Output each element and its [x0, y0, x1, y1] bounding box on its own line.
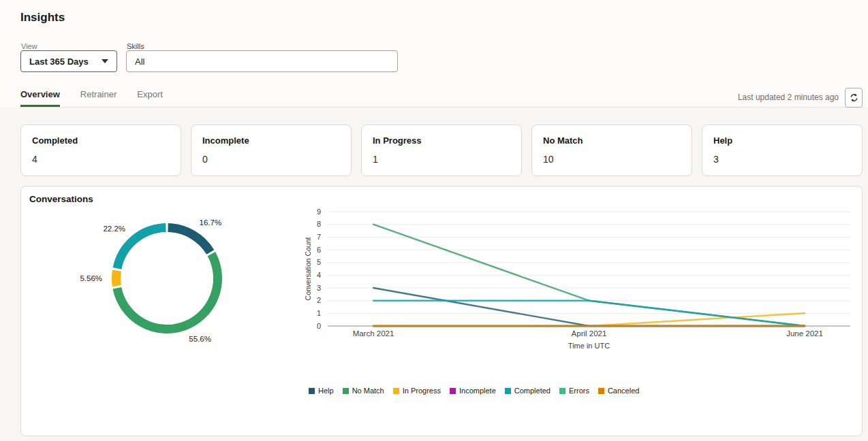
donut-slice-completed — [117, 228, 166, 269]
line-series-in-progress — [373, 313, 805, 326]
stat-card-help: Help 3 — [702, 125, 863, 176]
y-tick-label: 2 — [317, 296, 321, 304]
y-tick-label: 3 — [317, 284, 321, 292]
stat-card-incomplete: Incomplete 0 — [191, 125, 352, 176]
stat-card-no-match: No Match 10 — [531, 125, 692, 176]
legend-swatch-icon — [505, 388, 511, 394]
y-tick-label: 1 — [317, 309, 321, 317]
y-tick-label: 8 — [317, 220, 321, 228]
x-tick-label: April 2021 — [572, 329, 607, 338]
x-tick-label: June 2021 — [786, 329, 823, 338]
legend-item-in-progress[interactable]: In Progress — [393, 387, 441, 395]
caret-down-icon — [102, 59, 108, 63]
line-series-help — [373, 288, 805, 326]
legend-swatch-icon — [393, 388, 399, 394]
y-tick-label: 5 — [317, 258, 321, 266]
legend-label: Incomplete — [459, 387, 496, 395]
x-axis-title: Time in UTC — [568, 342, 610, 350]
y-tick-label: 4 — [317, 271, 321, 279]
donut-percent-label: 16.7% — [200, 218, 222, 227]
legend-item-incomplete[interactable]: Incomplete — [450, 387, 496, 395]
legend-label: Errors — [569, 387, 589, 395]
legend-label: In Progress — [403, 387, 441, 395]
legend-swatch-icon — [598, 388, 604, 394]
stat-card-value: 4 — [32, 154, 170, 165]
legend-label: No Match — [352, 387, 384, 395]
donut-percent-label: 5.56% — [80, 274, 102, 282]
y-tick-label: 9 — [317, 208, 321, 216]
stat-card-value: 0 — [202, 154, 340, 165]
x-tick-label: March 2021 — [353, 329, 394, 338]
tab-retrainer[interactable]: Retrainer — [80, 89, 117, 107]
legend-item-canceled[interactable]: Canceled — [598, 387, 639, 395]
y-tick-label: 0 — [317, 322, 321, 330]
stat-cards-row: Completed 4 Incomplete 0 In Progress 1 N… — [20, 125, 863, 176]
stat-card-label: No Match — [543, 135, 681, 146]
stat-card-value: 1 — [373, 154, 510, 165]
refresh-icon — [849, 93, 859, 103]
page-title: Insights — [20, 11, 65, 24]
y-tick-label: 6 — [317, 246, 321, 254]
chart-legend: HelpNo MatchIn ProgressIncompleteComplet… — [309, 387, 639, 395]
donut-slice-in-progress — [116, 270, 117, 286]
legend-swatch-icon — [309, 388, 315, 394]
stat-card-label: Help — [713, 135, 851, 146]
conversations-panel: Conversations 16.7%55.6%5.56%22.2%012345… — [20, 186, 863, 436]
stat-card-in-progress: In Progress 1 — [361, 125, 522, 176]
stat-card-label: Completed — [32, 135, 170, 146]
donut-slice-help — [168, 228, 211, 252]
donut-slice-no-match — [117, 254, 218, 329]
tab-bar: Overview Retrainer Export — [20, 89, 163, 107]
skills-input[interactable] — [126, 50, 398, 72]
donut-percent-label: 55.6% — [189, 335, 211, 343]
legend-swatch-icon — [450, 388, 456, 394]
tab-overview[interactable]: Overview — [20, 89, 60, 107]
legend-label: Canceled — [608, 387, 639, 395]
tab-export[interactable]: Export — [137, 89, 163, 107]
legend-item-help[interactable]: Help — [309, 387, 334, 395]
conversations-charts: 16.7%55.6%5.56%22.2%0123456789Conversati… — [21, 186, 863, 437]
legend-label: Help — [318, 387, 334, 395]
refresh-button[interactable] — [845, 88, 863, 108]
stat-card-label: Incomplete — [202, 135, 340, 146]
stat-card-value: 10 — [543, 154, 681, 165]
donut-percent-label: 22.2% — [103, 225, 125, 233]
view-select-value: Last 365 Days — [29, 56, 102, 67]
y-axis-title: Conversation Count — [304, 238, 312, 301]
skills-label: Skills — [127, 42, 144, 50]
status-area: Last updated 2 minutes ago — [738, 87, 863, 108]
legend-label: Completed — [514, 387, 551, 395]
stat-card-completed: Completed 4 — [20, 125, 181, 176]
legend-item-no-match[interactable]: No Match — [343, 387, 384, 395]
legend-item-errors[interactable]: Errors — [559, 387, 589, 395]
legend-swatch-icon — [343, 388, 349, 394]
stat-card-value: 3 — [713, 154, 851, 165]
view-label: View — [21, 42, 37, 50]
view-select[interactable]: Last 365 Days — [20, 50, 117, 72]
stat-card-label: In Progress — [373, 135, 510, 146]
legend-swatch-icon — [559, 388, 565, 394]
legend-item-completed[interactable]: Completed — [505, 387, 551, 395]
last-updated-text: Last updated 2 minutes ago — [738, 93, 839, 102]
y-tick-label: 7 — [317, 233, 321, 241]
